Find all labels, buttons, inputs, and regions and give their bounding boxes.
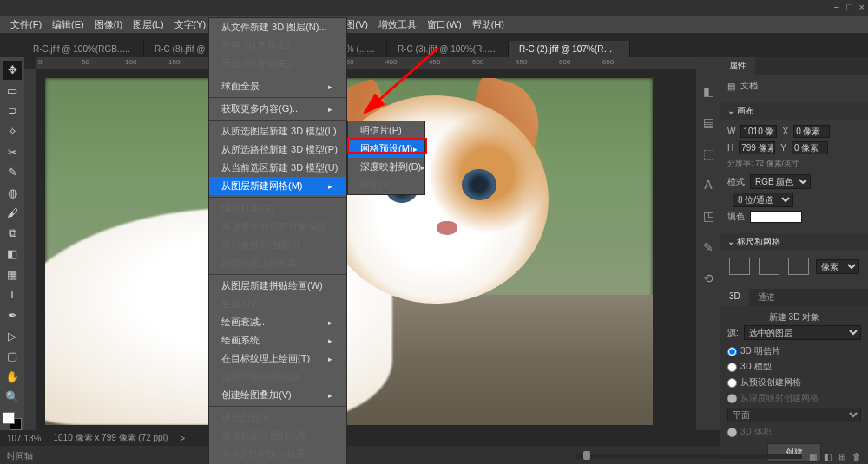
menu-item[interactable]: 从图层新建网格(M) bbox=[209, 177, 346, 195]
menu-item: 选择可绘画区域(B) bbox=[209, 368, 346, 386]
panel-strip-icon[interactable]: ⟲ bbox=[700, 271, 716, 286]
radio-model[interactable] bbox=[727, 363, 737, 372]
menu-item[interactable]: 在目标纹理上绘画(T) bbox=[209, 350, 346, 368]
menu-item[interactable]: 从图层新建拼贴绘画(W) bbox=[209, 277, 346, 295]
menu-item: 将横截面应用到场景 bbox=[209, 427, 346, 445]
tools-panel: ✥ ▭ ⊃ ✧ ✂ ✎ ◍ 🖌 ⧉ ◧ ▦ T ✒ ▷ ▢ ✋ 🔍 bbox=[0, 57, 24, 430]
unit-select[interactable]: 像素 bbox=[816, 259, 859, 274]
mode-select[interactable]: RGB 颜色 bbox=[750, 174, 811, 189]
panel-strip-icon[interactable]: ◳ bbox=[700, 208, 716, 224]
timeline-slider[interactable] bbox=[576, 454, 802, 459]
wand-tool-icon[interactable]: ✧ bbox=[3, 122, 22, 141]
color-swatch[interactable] bbox=[3, 412, 22, 431]
source-select[interactable]: 选中的图层 bbox=[744, 325, 861, 340]
menu-item[interactable]: 窗口(W) bbox=[422, 16, 467, 33]
tab-3d[interactable]: 3D bbox=[720, 289, 749, 306]
radio-postcard[interactable] bbox=[727, 347, 737, 356]
zoom-tool-icon[interactable]: 🔍 bbox=[3, 388, 22, 407]
gradient-tool-icon[interactable]: ▦ bbox=[3, 265, 22, 284]
path-tool-icon[interactable]: ▷ bbox=[3, 326, 22, 345]
move-tool-icon[interactable]: ✥ bbox=[3, 61, 22, 80]
menu-item: 导出 3D 图层(E)... bbox=[209, 55, 346, 73]
frame-opt-icon[interactable] bbox=[729, 258, 750, 275]
menu-item[interactable]: 帮助(H) bbox=[467, 16, 510, 33]
menu-item[interactable]: 文字(Y) bbox=[169, 16, 212, 33]
menu-item[interactable]: 从文件新建 3D 图层(N)... bbox=[209, 18, 346, 36]
menu-item[interactable]: 获取更多内容(G)... bbox=[209, 100, 346, 118]
canvas-section[interactable]: ⌄ 画布 bbox=[720, 102, 868, 120]
menu-item: 合并 3D 图层(D) bbox=[209, 36, 346, 55]
tab-close-icon[interactable]: × bbox=[372, 44, 377, 54]
frame-opt-icon[interactable] bbox=[759, 258, 779, 275]
submenu-item[interactable]: 深度映射到(D) bbox=[348, 158, 424, 176]
3d-menu-dropdown: 从文件新建 3D 图层(N)...合并 3D 图层(D)导出 3D 图层(E).… bbox=[208, 17, 347, 464]
document-tab[interactable]: R-C (2).jfif @ 107%(RGB/8#) *× bbox=[509, 41, 630, 57]
menu-item: 封装地面上的对象 bbox=[209, 254, 346, 272]
stamp-tool-icon[interactable]: ⧉ bbox=[3, 225, 22, 244]
tab-properties[interactable]: 属性 bbox=[720, 57, 755, 75]
menu-item[interactable]: 创建绘图叠加(V) bbox=[209, 386, 346, 404]
bottom-icon[interactable]: ⊞ bbox=[838, 452, 845, 461]
bottom-icon[interactable]: ◧ bbox=[824, 452, 832, 461]
brush-tool-icon[interactable]: 🖌 bbox=[3, 204, 22, 223]
tab-close-icon[interactable]: × bbox=[495, 44, 500, 54]
menu-item[interactable]: 从当前选区新建 3D 模型(U) bbox=[209, 159, 346, 177]
zoom-level[interactable]: 107.13% bbox=[7, 434, 41, 443]
lasso-tool-icon[interactable]: ⊃ bbox=[3, 101, 22, 121]
y-input[interactable] bbox=[792, 141, 828, 154]
menu-item[interactable]: 绘画衰减... bbox=[209, 313, 346, 331]
menu-item[interactable]: 绘画系统 bbox=[209, 331, 346, 350]
heal-tool-icon[interactable]: ◍ bbox=[3, 183, 22, 202]
shape-tool-icon[interactable]: ▢ bbox=[3, 347, 22, 366]
marquee-tool-icon[interactable]: ▭ bbox=[3, 82, 22, 101]
menu-item[interactable]: 图层(L) bbox=[128, 16, 168, 33]
tab-channels[interactable]: 通道 bbox=[749, 289, 784, 306]
menu-item[interactable]: 球面全景 bbox=[209, 77, 346, 95]
panel-strip-icon[interactable]: ▤ bbox=[700, 114, 716, 130]
document-icon: ▤ bbox=[727, 82, 735, 91]
fill-color[interactable] bbox=[750, 211, 802, 223]
frame-opt-icon[interactable] bbox=[788, 258, 809, 275]
menu-item[interactable]: 编辑(E) bbox=[47, 16, 89, 33]
hand-tool-icon[interactable]: ✋ bbox=[3, 367, 22, 386]
submenu-item[interactable]: 明信片(P) bbox=[348, 121, 424, 140]
radio-preset-mesh[interactable] bbox=[727, 378, 737, 388]
close-icon[interactable]: × bbox=[859, 2, 865, 12]
menu-item: 为 3D 打印统一场景 bbox=[209, 445, 346, 463]
x-input[interactable] bbox=[793, 125, 830, 138]
crop-tool-icon[interactable]: ✂ bbox=[3, 142, 22, 161]
menu-item[interactable]: 增效工具 bbox=[373, 16, 422, 33]
menu-item[interactable]: 从所选路径新建 3D 模型(P) bbox=[209, 141, 346, 159]
timeline-label[interactable]: 时间轴 bbox=[7, 450, 33, 462]
menu-item[interactable]: 从所选图层新建 3D 模型(L) bbox=[209, 122, 346, 141]
3d-submenu: 明信片(P)网格预设(M)深度映射到(D)体积(V)... bbox=[347, 121, 425, 195]
submenu-item: 体积(V)... bbox=[348, 176, 424, 194]
min-icon[interactable]: − bbox=[833, 2, 838, 12]
radio-volume bbox=[727, 428, 737, 437]
panel-strip-icon[interactable]: ⬚ bbox=[700, 146, 716, 161]
width-input[interactable] bbox=[740, 125, 777, 138]
document-tab[interactable]: R-C (3).jfif @ 100%(R...× bbox=[387, 41, 509, 57]
window-controls[interactable]: − □ × bbox=[833, 2, 865, 12]
type-tool-icon[interactable]: T bbox=[3, 285, 22, 304]
document-tabs: R-C.jfif @ 100%(RGB...×R-C (8).jfif @ 13… bbox=[0, 33, 868, 57]
trash-icon[interactable]: 🗑 bbox=[852, 452, 861, 461]
eraser-tool-icon[interactable]: ◧ bbox=[3, 245, 22, 264]
pen-tool-icon[interactable]: ✒ bbox=[3, 306, 22, 325]
menu-item[interactable]: 文件(F) bbox=[5, 16, 47, 33]
document-tab[interactable]: R-C.jfif @ 100%(RGB...× bbox=[23, 41, 144, 57]
max-icon[interactable]: □ bbox=[846, 2, 852, 12]
panel-strip-icon[interactable]: ✎ bbox=[700, 239, 716, 255]
panel-strip-icon[interactable]: ◧ bbox=[700, 83, 716, 99]
info-arrow-icon[interactable]: > bbox=[180, 434, 185, 443]
ruler-horizontal: 050100150200250300350400450500550600650 bbox=[36, 57, 696, 69]
menu-item[interactable]: 图像(I) bbox=[89, 16, 128, 33]
ruler-section[interactable]: ⌄ 标尺和网格 bbox=[720, 233, 868, 251]
depth-select[interactable]: 8 位/通道 bbox=[733, 193, 793, 207]
panel-strip-icon[interactable]: A bbox=[700, 177, 716, 193]
eyedropper-tool-icon[interactable]: ✎ bbox=[3, 163, 22, 182]
bottom-icon[interactable]: ▦ bbox=[809, 452, 817, 461]
panel-strip: ◧▤⬚A◳✎⟲ bbox=[696, 57, 720, 430]
tab-close-icon[interactable]: × bbox=[129, 44, 135, 54]
height-input[interactable] bbox=[739, 141, 775, 154]
